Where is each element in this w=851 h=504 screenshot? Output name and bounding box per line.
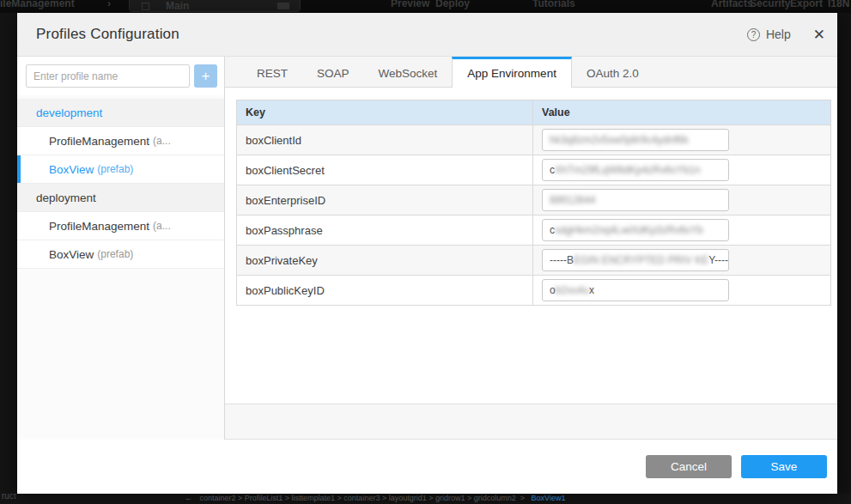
- menu-security[interactable]: Security: [750, 0, 790, 9]
- table-header-row: Key Value: [237, 100, 831, 125]
- breadcrumb-path[interactable]: container2 > ProfileList1 > listtemplate…: [200, 494, 516, 502]
- profiles-sidebar: + development ProfileManagement (a... Bo…: [17, 57, 225, 440]
- app-environment-content: Key Value boxClientId hk3q8zm2v5xw0pltr9…: [225, 88, 837, 404]
- key-value-table: Key Value boxClientId hk3q8zm2v5xw0pltr9…: [236, 100, 831, 306]
- panel-bottom-strip: [225, 404, 837, 440]
- sidebar-item-boxview-deploy[interactable]: BoxView (prefab): [17, 240, 224, 269]
- help-icon: ?: [747, 28, 760, 41]
- back-arrow-icon[interactable]: ←: [185, 494, 192, 502]
- sidebar-item-development[interactable]: development: [17, 99, 224, 127]
- tab-websocket[interactable]: WebSocket: [364, 57, 453, 87]
- background-left-panel: [0, 13, 17, 504]
- profile-list: development ProfileManagement (a... BoxV…: [17, 99, 224, 269]
- background-text-fragment: ruct: [2, 494, 16, 501]
- background-statusbar: ruct ← container2 > ProfileList1 > listt…: [0, 494, 851, 504]
- redacted-value: EGIN ENCRYPTED PRIV KE: [574, 254, 708, 266]
- redacted-value: XhTm29fLqW8dKp4zRv6sYb1n: [555, 164, 700, 176]
- key-cell: boxClientSecret: [237, 155, 533, 185]
- menu-export[interactable]: Export: [790, 0, 823, 9]
- table-row: boxEnterpriseID 88912644: [237, 185, 831, 216]
- table-row: boxPublicKeyID ob2vu4ux: [237, 276, 831, 306]
- value-input-boxprivatekey[interactable]: -----BEGIN ENCRYPTED PRIV KEY-----\: [542, 249, 729, 271]
- profiles-configuration-dialog: Profiles Configuration ? Help ✕ + develo…: [17, 13, 837, 494]
- value-input-boxpublickeyid[interactable]: ob2vu4ux: [542, 279, 729, 301]
- add-profile-button[interactable]: +: [194, 64, 217, 88]
- menu-artifacts[interactable]: Artifacts: [711, 0, 753, 9]
- tab-rest[interactable]: REST: [242, 57, 302, 87]
- table-row: boxPassphrase csdgHkm2nq4LwiXdKp3zRv6sYb: [237, 216, 831, 246]
- help-button[interactable]: ? Help: [747, 27, 791, 41]
- value-input-boxclientsecret[interactable]: cXhTm29fLqW8dKp4zRv6sYb1n: [542, 159, 729, 181]
- menu-i18n[interactable]: I18N: [828, 0, 849, 9]
- redacted-value: 88912644: [550, 194, 595, 206]
- profile-search-row: +: [17, 57, 224, 95]
- layout-icon: [277, 3, 289, 9]
- menu-deploy[interactable]: Deploy: [435, 0, 470, 9]
- help-label: Help: [766, 27, 791, 41]
- sidebar-item-boxview-dev[interactable]: BoxView (prefab): [17, 155, 224, 184]
- value-column-header: Value: [533, 100, 831, 125]
- app-name-fragment: ileManagement: [0, 0, 75, 9]
- save-button[interactable]: Save: [741, 455, 827, 478]
- tab-soap[interactable]: SOAP: [302, 57, 364, 87]
- table-row: boxPrivateKey -----BEGIN ENCRYPTED PRIV …: [237, 246, 831, 276]
- key-cell: boxPrivateKey: [237, 246, 533, 276]
- profile-detail-panel: REST SOAP WebSocket App Environment OAut…: [225, 57, 837, 440]
- breadcrumb[interactable]: ← container2 > ProfileList1 > listtempla…: [185, 494, 565, 502]
- menu-preview[interactable]: Preview: [391, 0, 429, 9]
- dialog-header: Profiles Configuration ? Help ✕: [17, 13, 837, 56]
- value-input-boxenterpriseid[interactable]: 88912644: [542, 189, 729, 211]
- tab-app-environment[interactable]: App Environment: [452, 57, 572, 88]
- sidebar-item-profilemanagement-deploy[interactable]: ProfileManagement (a...: [17, 212, 224, 240]
- protocol-tabbar: REST SOAP WebSocket App Environment OAut…: [225, 57, 837, 88]
- redacted-value: sdgHkm2nq4LwiXdKp3zRv6sYb: [555, 224, 703, 236]
- main-page-tab[interactable]: Main: [129, 0, 301, 12]
- value-input-boxclientid[interactable]: hk3q8zm2v5xw0pltr9c4ydnf6b: [542, 129, 729, 151]
- key-cell: boxPublicKeyID: [237, 276, 533, 306]
- key-cell: boxClientId: [237, 125, 533, 155]
- background-right-panel: [837, 13, 851, 504]
- key-cell: boxPassphrase: [237, 216, 533, 246]
- close-icon[interactable]: ✕: [813, 27, 825, 42]
- key-cell: boxEnterpriseID: [237, 185, 533, 216]
- page-icon: [142, 3, 149, 10]
- dialog-title: Profiles Configuration: [36, 26, 179, 43]
- menu-tutorials[interactable]: Tutorials: [532, 0, 575, 9]
- dialog-footer: Cancel Save: [17, 440, 837, 494]
- sidebar-item-profilemanagement-dev[interactable]: ProfileManagement (a...: [17, 127, 224, 155]
- cancel-button[interactable]: Cancel: [646, 455, 732, 478]
- redacted-value: b2vu4u: [556, 284, 589, 296]
- main-tab-label: Main: [166, 0, 189, 12]
- value-input-boxpassphrase[interactable]: csdgHkm2nq4LwiXdKp3zRv6sYb: [542, 219, 729, 241]
- key-column-header: Key: [237, 100, 533, 125]
- tab-oauth[interactable]: OAuth 2.0: [572, 57, 653, 87]
- breadcrumb-current[interactable]: BoxView1: [532, 494, 566, 502]
- profile-name-input[interactable]: [26, 64, 190, 88]
- sidebar-item-deployment[interactable]: deployment: [17, 184, 224, 212]
- table-row: boxClientSecret cXhTm29fLqW8dKp4zRv6sYb1…: [237, 155, 831, 185]
- table-row: boxClientId hk3q8zm2v5xw0pltr9c4ydnf6b: [237, 125, 831, 155]
- background-topbar: ileManagement › Main Preview Deploy Tuto…: [0, 0, 851, 13]
- redacted-value: hk3q8zm2v5xw0pltr9c4ydnf6b: [550, 134, 688, 146]
- chevron-icon: ›: [107, 0, 111, 9]
